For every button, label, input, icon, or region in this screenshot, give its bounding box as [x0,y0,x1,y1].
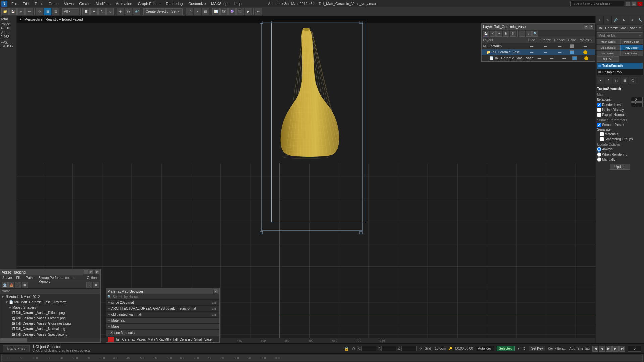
cmd-tab-create[interactable]: + [596,16,604,24]
clock-icon[interactable]: ⏱ [523,347,526,350]
layers-move-down-btn[interactable]: ↓ [526,31,532,37]
border-icon[interactable]: ◻ [613,77,620,84]
menu-graph-editors[interactable]: Graph Editors [135,1,163,6]
asset-import-btn[interactable]: 📥 [8,282,14,288]
smoothing-groups-check[interactable] [600,137,604,141]
asset-menu-server[interactable]: Server [0,275,14,281]
toolbar-scale[interactable]: ⤡ [106,8,114,15]
vp-perspective[interactable]: [Perspective] [24,18,43,21]
manually-radio[interactable] [597,157,601,162]
max-to-physc-btn[interactable]: Max to Physc [3,345,30,352]
maximize-btn[interactable]: □ [631,1,637,6]
asset-vault-btn[interactable]: 🏦 [2,282,8,288]
asset-map2-row[interactable]: 🖼 Tall_Ceramic_Vases_Fresnel.png [0,315,100,321]
edge-icon[interactable]: / [605,77,612,84]
menu-customize[interactable]: Customize [185,1,208,6]
toolbar-percent[interactable]: % [125,8,132,15]
iterations-input[interactable] [631,97,643,102]
toolbar-graph-ed[interactable]: 📊 [212,8,220,15]
poly-icon[interactable]: ▦ [621,77,628,84]
cmd-tab-utils[interactable]: 🔧 [636,16,644,24]
key-icon[interactable]: 🔑 [448,347,452,350]
layers-settings-btn[interactable]: ⚙ [510,31,516,37]
auto-key-btn[interactable]: Auto Key [476,346,494,351]
layer-row-default[interactable]: ☑ 0 (default) — — — — [482,43,595,49]
mat-item-wall[interactable]: old painted wall.mat LIB [106,312,219,318]
nur-sel-btn[interactable]: NUr Sel [597,56,619,62]
mat-section-scene[interactable]: Scene Materials [106,330,219,336]
layers-delete-btn[interactable]: 🗑 [503,31,509,37]
goto-start-btn[interactable]: |◀ [592,346,598,352]
mat-item-since2020[interactable]: since 2020.mat LIB [106,300,219,306]
menu-maxscript[interactable]: MAXScript [208,1,231,6]
toolbar-align[interactable]: ≡ [194,8,201,15]
asset-maps-row[interactable]: ▼ Maps / Shaders [0,305,100,310]
layers-close-toolbar-btn[interactable]: ✕ [490,31,496,37]
toolbar-lasso[interactable]: ⊡ [52,8,59,15]
asset-maximize-btn[interactable]: □ [89,270,94,275]
layers-new-btn[interactable]: + [496,31,502,37]
layers-filter-btn[interactable]: 🔍 [532,31,538,37]
toolbar-schematic[interactable]: 🕸 [220,8,228,15]
toolbar-move[interactable]: ✛ [90,8,98,15]
asset-help-btn[interactable]: ? [86,282,92,288]
frame-input[interactable]: 0 [628,346,641,352]
asset-vault-row[interactable]: ▼ 🗄 Autodesk Vault 2012 [0,294,100,299]
fpd-select-btn[interactable]: FFD Select [620,51,643,56]
when-rendering-radio[interactable] [597,152,601,157]
menu-modifiers[interactable]: Modifiers [93,1,113,6]
mat-section-maps[interactable]: Maps [106,324,219,330]
asset-map4-row[interactable]: 🖼 Tall_Ceramic_Vases_Normal.png [0,326,100,331]
isoline-check[interactable] [597,108,601,112]
vol-select-btn[interactable]: Vol. Select [597,51,620,56]
material-search-input[interactable] [113,295,218,299]
mat-item-grass[interactable]: ARCHITECTURAL GREEN GRASS by ark_maurici… [106,306,219,312]
toolbar-reference[interactable]: ⊕ [117,8,124,15]
toolbar-mirror[interactable]: ⇌ [186,8,193,15]
menu-tools[interactable]: Tools [32,1,46,6]
asset-close-btn[interactable]: ✕ [94,270,99,275]
selected-dropdown-icon[interactable]: ▼ [517,347,520,350]
selected-badge[interactable]: Selected [497,346,515,351]
cmd-tab-display[interactable]: 👁 [628,16,636,24]
asset-menu-bitmap[interactable]: Bitmap Performance and Memory [36,275,85,281]
menu-file[interactable]: File [9,1,20,6]
toolbar-render[interactable]: ▶ [245,8,252,15]
asset-file-row[interactable]: ▼ 📄 Tall_Matt_Ceramic_Vase_vray.max [0,299,100,305]
materials-check[interactable] [600,132,604,136]
toolbar-select-region[interactable]: ▦ [44,8,51,15]
menu-create[interactable]: Create [76,1,93,6]
scene-material-item[interactable]: Tall_Ceramic_Vases_Mat ( VRayMtl ) [Tall… [106,336,219,342]
asset-map5-row[interactable]: 🖼 Tall_Ceramic_Vases_Specular.png [0,331,100,337]
asset-menu-file[interactable]: File [14,275,23,281]
asset-menu-paths[interactable]: Paths [24,275,37,281]
create-selection-set-btn[interactable]: Create Selection Set ▼ [143,8,183,15]
next-frame-btn[interactable]: ▶ [612,346,619,352]
asset-minimize-btn[interactable]: — [84,270,88,275]
selection-lock-icon[interactable]: ⬡ [352,347,355,350]
asset-settings-btn[interactable]: ⚙ [93,282,99,288]
toolbar-more[interactable]: ⋯ [255,8,262,15]
render-iters-check[interactable] [597,103,601,107]
always-radio[interactable] [597,147,601,152]
toolbar-select[interactable]: ⊹ [36,8,43,15]
y-coord-val[interactable] [381,346,396,351]
layers-close-btn[interactable]: ✕ [589,24,594,29]
layers-save-btn[interactable]: 💾 [483,31,489,37]
layer-row-vase[interactable]: 📁 Tall_Ceramic_Vase — — — [482,49,595,55]
play-btn[interactable]: ▶ [606,346,612,352]
asset-scrollbar-thumb[interactable] [0,338,27,342]
turbosmooth-item[interactable]: TurboSmooth [597,63,643,69]
toolbar-render-setup[interactable]: 🎬 [236,8,244,15]
editable-poly-item[interactable]: Editable Poly [597,69,643,75]
x-coord-val[interactable] [361,346,376,351]
toolbar-redo[interactable]: ↪ [25,8,33,15]
update-btn[interactable]: Update [610,164,630,170]
toolbar-save[interactable]: 💾 [9,8,17,15]
menu-help[interactable]: Help [231,1,244,6]
layer-row-small-vase[interactable]: 📄 Tall_Ceramic_Small_Vase — — — [482,55,595,61]
asset-map1-row[interactable]: 🖼 Tall_Ceramic_Vases_Diffuse.png [0,310,100,315]
modifier-list-dropdown[interactable]: Modifier List ▼ [597,32,643,38]
render-iters-input[interactable] [631,102,643,107]
explicit-normals-check[interactable] [597,113,601,117]
